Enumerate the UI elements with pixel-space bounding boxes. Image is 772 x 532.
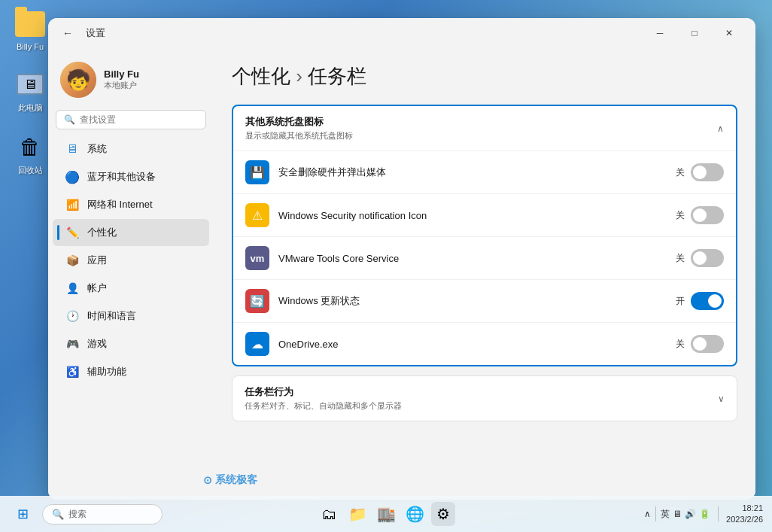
taskbar-battery-icon: 🔋: [699, 509, 710, 519]
sidebar-item-gaming[interactable]: 🎮 游戏: [53, 330, 209, 357]
taskbar-search-icon: 🔍: [52, 509, 64, 520]
taskbar-settings[interactable]: ⚙: [431, 502, 455, 526]
taskbar-behavior-header[interactable]: 任务栏行为 任务栏对齐、标记、自动隐藏和多个显示器 ∨: [233, 376, 737, 421]
start-button[interactable]: ⊞: [9, 500, 36, 527]
taskbar-edge[interactable]: 🌐: [403, 502, 427, 526]
taskbar-behavior-subtitle: 任务栏对齐、标记、自动隐藏和多个显示器: [245, 400, 402, 412]
tray-icons-chevron[interactable]: ∧: [717, 123, 724, 134]
tray-item-onedrive: ☁ OneDrive.exe 关: [233, 322, 736, 365]
winupdate-toggle-thumb: [708, 294, 722, 308]
security-toggle-thumb: [693, 208, 707, 222]
vmware-toggle-thumb: [693, 251, 707, 265]
sidebar-item-system[interactable]: 🖥 系统: [53, 135, 209, 163]
taskbar-volume-icon: 🔊: [685, 509, 696, 519]
user-profile[interactable]: 🧒 Billy Fu 本地账户: [48, 54, 214, 110]
maximize-button[interactable]: □: [677, 21, 712, 45]
eject-label: 安全删除硬件并弹出媒体: [278, 166, 676, 179]
page-title: 个性化 › 任务栏: [232, 63, 737, 90]
taskbar-right-divider: [718, 506, 719, 521]
start-icon: ⊞: [17, 506, 29, 522]
pc-icon-label: 此电脑: [18, 102, 43, 114]
onedrive-toggle[interactable]: [691, 335, 724, 353]
search-input[interactable]: [80, 114, 198, 125]
security-toggle[interactable]: [691, 206, 724, 224]
watermark: ⊙ 系统极客: [203, 473, 257, 487]
sidebar-item-gaming-label: 游戏: [87, 337, 107, 351]
security-icon: ⚠: [245, 203, 269, 227]
account-type: 本地账户: [104, 80, 139, 91]
onedrive-toggle-thumb: [693, 337, 707, 351]
taskbar-search[interactable]: 🔍 搜索: [42, 504, 163, 524]
sidebar-item-accessibility[interactable]: ♿ 辅助功能: [53, 358, 209, 385]
sidebar-item-personalization-label: 个性化: [87, 226, 117, 239]
sidebar-item-accessibility-label: 辅助功能: [87, 365, 126, 378]
taskbar-store[interactable]: 🏬: [374, 502, 398, 526]
winupdate-status: 开: [676, 295, 685, 308]
taskbar: ⊞ 🔍 搜索 🗂 📁 🏬 🌐 ⚙ ∧ 英 🖥 🔊 🔋: [0, 496, 772, 532]
tray-icons-subtitle: 显示或隐藏其他系统托盘图标: [245, 130, 353, 141]
desktop-icon-pc[interactable]: 🖥 此电脑: [12, 66, 48, 117]
taskbar-lang: 英: [661, 508, 670, 521]
sidebar-item-network[interactable]: 📶 网络和 Internet: [53, 191, 209, 218]
apps-icon: 📦: [65, 253, 80, 268]
tray-icons-header-left: 其他系统托盘图标 显示或隐藏其他系统托盘图标: [245, 115, 353, 141]
titlebar: ← 设置 ─ □ ✕: [48, 18, 755, 48]
tray-icons-section: 其他系统托盘图标 显示或隐藏其他系统托盘图标 ∧ 💾 安全删除硬件并弹出媒体 关: [232, 105, 737, 366]
sidebar-item-system-label: 系统: [87, 142, 107, 156]
recycle-icon-label: 回收站: [18, 165, 43, 176]
desktop-icon-folder[interactable]: Billy Fu: [12, 6, 48, 54]
taskbar-left: ⊞ 🔍 搜索: [9, 500, 163, 527]
tray-icons-header[interactable]: 其他系统托盘图标 显示或隐藏其他系统托盘图标 ∧: [233, 106, 736, 150]
taskbar-date-value: 2023/2/26: [726, 514, 763, 525]
tray-item-security: ⚠ Windows Security notification Icon 关: [233, 193, 736, 236]
vmware-status: 关: [676, 252, 685, 265]
user-info: Billy Fu 本地账户: [104, 68, 139, 91]
taskbar-search-label: 搜索: [68, 508, 87, 521]
taskbar-right: ∧ 英 🖥 🔊 🔋 18:21 2023/2/26: [644, 503, 763, 526]
taskbar-time-value: 18:21: [726, 503, 763, 514]
settings-window: ← 设置 ─ □ ✕: [48, 18, 755, 500]
sidebar-search[interactable]: 🔍: [56, 110, 206, 129]
onedrive-icon: ☁: [245, 332, 269, 356]
gaming-icon: 🎮: [65, 336, 80, 351]
main-content: 个性化 › 任务栏 其他系统托盘图标 显示或隐藏其他系统托盘图标 ∧: [214, 48, 755, 500]
titlebar-left: ← 设置: [57, 23, 105, 44]
folder-icon-label: Billy Fu: [17, 42, 44, 51]
taskbar-folder[interactable]: 📁: [345, 502, 369, 526]
vmware-toggle[interactable]: [691, 249, 724, 267]
avatar: 🧒: [60, 62, 96, 98]
taskbar-behavior-title: 任务栏行为: [245, 385, 402, 399]
back-button[interactable]: ←: [57, 23, 78, 44]
sidebar-item-time[interactable]: 🕐 时间和语言: [53, 302, 209, 330]
taskbar-fileexplorer[interactable]: 🗂: [317, 502, 341, 526]
eject-toggle-thumb: [693, 166, 707, 179]
bluetooth-icon: 🔵: [65, 169, 80, 184]
tray-icons-title: 其他系统托盘图标: [245, 115, 353, 129]
winupdate-toggle[interactable]: [691, 292, 724, 310]
taskbar-datetime[interactable]: 18:21 2023/2/26: [726, 503, 763, 526]
taskbar-behavior-header-left: 任务栏行为 任务栏对齐、标记、自动隐藏和多个显示器: [245, 385, 402, 412]
minimize-button[interactable]: ─: [643, 21, 677, 45]
sidebar-item-bluetooth-label: 蓝牙和其他设备: [87, 170, 156, 184]
network-icon: 📶: [65, 197, 80, 212]
sidebar-item-accounts[interactable]: 👤 帐户: [53, 275, 209, 302]
close-button[interactable]: ✕: [712, 21, 746, 45]
system-icon: 🖥: [65, 141, 80, 157]
onedrive-label: OneDrive.exe: [278, 339, 676, 350]
taskbar-behavior-chevron[interactable]: ∨: [718, 394, 725, 404]
sidebar-item-bluetooth[interactable]: 🔵 蓝牙和其他设备: [53, 163, 209, 190]
desktop: Billy Fu 🖥 此电脑 🗑 回收站 ← 设置: [0, 0, 772, 532]
winupdate-label: Windows 更新状态: [278, 294, 676, 308]
onedrive-status: 关: [676, 338, 685, 351]
recycle-icon: 🗑: [15, 132, 45, 162]
desktop-icon-recycle[interactable]: 🗑 回收站: [12, 129, 48, 179]
eject-toggle[interactable]: [691, 163, 724, 181]
eject-status: 关: [676, 166, 685, 179]
tray-item-vmware: vm VMware Tools Core Service 关: [233, 236, 736, 279]
sidebar-item-apps[interactable]: 📦 应用: [53, 247, 209, 274]
sidebar-item-personalization[interactable]: ✏️ 个性化: [53, 219, 209, 246]
settings-body: 🧒 Billy Fu 本地账户 🔍 🖥 系统: [48, 48, 755, 500]
winupdate-icon: 🔄: [245, 289, 269, 313]
taskbar-chevron-up[interactable]: ∧: [644, 509, 651, 519]
folder-icon: [15, 9, 45, 39]
